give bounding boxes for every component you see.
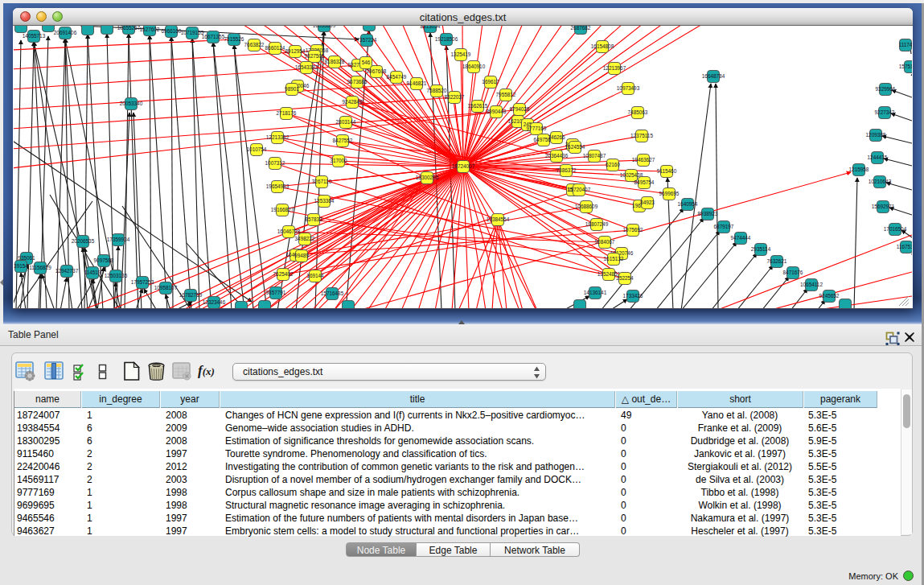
svg-text:9084067: 9084067 — [595, 239, 615, 245]
svg-text:169144: 169144 — [306, 273, 324, 278]
svg-text:8495754: 8495754 — [634, 179, 655, 185]
svg-text:2803144: 2803144 — [336, 119, 356, 125]
svg-text:10807487: 10807487 — [583, 153, 606, 159]
svg-text:8813054: 8813054 — [421, 26, 441, 29]
svg-text:12213382: 12213382 — [266, 134, 290, 140]
svg-text:1624554: 1624554 — [565, 144, 585, 150]
svg-text:19463627: 19463627 — [632, 157, 655, 163]
svg-text:7357224: 7357224 — [357, 37, 377, 43]
svg-text:546: 546 — [362, 60, 371, 65]
svg-text:9777169: 9777169 — [527, 126, 547, 131]
svg-text:857833: 857833 — [305, 216, 322, 222]
svg-text:10688609: 10688609 — [575, 204, 598, 209]
svg-text:7588520: 7588520 — [427, 88, 447, 93]
svg-text:62160: 62160 — [606, 162, 620, 167]
svg-text:12942737: 12942737 — [55, 268, 79, 274]
svg-text:18724007: 18724007 — [452, 163, 475, 169]
svg-text:1325419: 1325419 — [451, 51, 471, 57]
svg-text:11156829: 11156829 — [29, 265, 51, 270]
svg-text:8912954: 8912954 — [285, 48, 306, 54]
svg-text:14055713: 14055713 — [23, 33, 46, 39]
svg-text:746266: 746266 — [548, 134, 565, 140]
svg-text:18300295: 18300295 — [416, 175, 439, 180]
svg-text:2967608: 2967608 — [367, 68, 387, 74]
svg-text:9097588: 9097588 — [94, 257, 114, 263]
svg-text:98901: 98901 — [285, 86, 299, 92]
svg-text:7386372: 7386372 — [556, 167, 577, 173]
svg-text:9699695: 9699695 — [659, 191, 680, 196]
svg-text:8990448: 8990448 — [487, 109, 507, 114]
svg-text:20206535: 20206535 — [72, 238, 95, 244]
svg-text:20691406: 20691406 — [54, 30, 77, 35]
svg-text:1975692: 1975692 — [623, 227, 643, 233]
svg-text:2718176: 2718176 — [277, 110, 297, 116]
svg-text:1615132: 1615132 — [604, 256, 624, 262]
svg-text:12213967: 12213967 — [603, 65, 626, 71]
svg-text:1562615: 1562615 — [468, 103, 488, 109]
svg-text:16046738: 16046738 — [277, 229, 301, 234]
svg-text:9242848: 9242848 — [343, 99, 363, 105]
svg-text:114519: 114519 — [84, 270, 101, 275]
svg-text:7663822: 7663822 — [244, 42, 265, 47]
svg-text:15720407: 15720407 — [568, 187, 591, 192]
svg-text:9227342: 9227342 — [875, 109, 895, 115]
svg-text:3673685: 3673685 — [347, 79, 368, 84]
svg-text:8938923: 8938923 — [698, 211, 718, 216]
svg-text:1215958: 1215958 — [849, 167, 869, 172]
svg-text:10654112: 10654112 — [800, 282, 823, 287]
svg-text:6879197: 6879197 — [714, 224, 734, 229]
svg-text:10210643: 10210643 — [869, 179, 892, 184]
svg-text:7485063: 7485063 — [628, 109, 648, 115]
svg-text:99489: 99489 — [294, 253, 309, 258]
svg-text:9245652: 9245652 — [819, 293, 840, 299]
svg-text:17016504: 17016504 — [884, 226, 907, 232]
svg-text:7955812: 7955812 — [496, 92, 516, 97]
svg-text:16782759: 16782759 — [179, 292, 203, 298]
svg-text:15716485: 15716485 — [321, 290, 344, 296]
svg-text:8471676: 8471676 — [783, 270, 803, 275]
svg-text:317000: 317000 — [330, 158, 347, 163]
svg-text:16648784: 16648784 — [702, 73, 725, 79]
svg-text:20364436: 20364436 — [545, 153, 569, 159]
svg-text:9474444: 9474444 — [731, 235, 751, 241]
svg-text:1353364: 1353364 — [314, 198, 335, 204]
svg-text:1640954: 1640954 — [678, 201, 698, 207]
svg-text:1167533: 1167533 — [897, 244, 912, 249]
svg-text:1527602: 1527602 — [140, 27, 160, 32]
svg-text:12503135: 12503135 — [105, 273, 128, 278]
svg-text:8186328: 8186328 — [325, 59, 345, 64]
svg-text:1733426: 1733426 — [623, 293, 643, 299]
svg-text:18640910: 18640910 — [462, 64, 486, 69]
svg-text:10973493: 10973493 — [617, 85, 640, 91]
svg-text:7515526: 7515526 — [224, 36, 244, 42]
svg-text:16543382: 16543382 — [295, 64, 318, 70]
svg-text:84923: 84923 — [640, 200, 655, 205]
svg-text:8454749: 8454749 — [387, 74, 407, 80]
svg-text:15692971: 15692971 — [872, 204, 895, 209]
svg-text:14136141: 14136141 — [584, 290, 607, 295]
svg-text:3267110: 3267110 — [312, 179, 332, 184]
svg-text:16154808: 16154808 — [591, 43, 614, 49]
svg-text:9329966: 9329966 — [876, 86, 896, 92]
svg-text:10655267: 10655267 — [117, 26, 141, 31]
svg-text:8660124: 8660124 — [265, 45, 285, 51]
svg-text:2687682: 2687682 — [571, 26, 591, 31]
svg-text:7632621: 7632621 — [767, 258, 787, 264]
svg-text:1244415: 1244415 — [868, 154, 888, 160]
svg-text:16033809: 16033809 — [313, 26, 336, 28]
svg-text:12323446: 12323446 — [203, 299, 226, 305]
svg-text:17957253: 17957253 — [131, 279, 154, 285]
svg-text:18807249: 18807249 — [585, 221, 609, 227]
svg-text:1209388: 1209388 — [866, 132, 886, 138]
svg-text:9115460: 9115460 — [657, 168, 677, 174]
svg-text:19654983: 19654983 — [266, 183, 290, 189]
svg-text:16671355: 16671355 — [202, 34, 225, 39]
svg-text:11174: 11174 — [899, 42, 912, 47]
svg-text:9327505: 9327505 — [305, 53, 325, 59]
svg-text:1007312: 1007312 — [265, 160, 285, 166]
svg-text:20053340: 20053340 — [120, 101, 143, 106]
svg-text:10719155: 10719155 — [181, 30, 204, 35]
svg-text:9146821: 9146821 — [407, 80, 427, 86]
svg-text:2935114: 2935114 — [751, 246, 771, 252]
svg-text:12375115: 12375115 — [630, 133, 653, 138]
